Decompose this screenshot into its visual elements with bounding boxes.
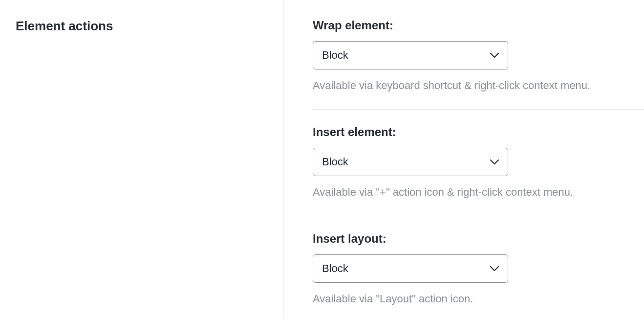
wrap-element-label: Wrap element: bbox=[313, 19, 644, 32]
insert-element-select[interactable]: Block bbox=[313, 148, 508, 176]
insert-element-helper: Available via "+" action icon & right-cl… bbox=[313, 185, 644, 200]
wrap-element-group: Wrap element: Block Available via keyboa… bbox=[313, 19, 644, 110]
insert-element-select-wrapper: Block bbox=[313, 148, 508, 176]
wrap-element-select-wrapper: Block bbox=[313, 41, 508, 69]
insert-layout-select-wrapper: Block bbox=[313, 254, 508, 283]
wrap-element-select[interactable]: Block bbox=[313, 41, 508, 69]
insert-layout-select[interactable]: Block bbox=[313, 254, 508, 283]
insert-layout-group: Insert layout: Block Available via "Layo… bbox=[313, 232, 644, 307]
settings-panel: Element actions Wrap element: Block Avai… bbox=[0, 0, 644, 319]
section-header-column: Element actions bbox=[0, 0, 283, 319]
section-content-column: Wrap element: Block Available via keyboa… bbox=[283, 0, 644, 319]
insert-layout-helper: Available via "Layout" action icon. bbox=[313, 292, 644, 307]
insert-element-label: Insert element: bbox=[313, 125, 644, 139]
section-title: Element actions bbox=[16, 19, 267, 34]
wrap-element-helper: Available via keyboard shortcut & right-… bbox=[313, 78, 644, 93]
insert-layout-label: Insert layout: bbox=[313, 232, 644, 246]
insert-element-group: Insert element: Block Available via "+" … bbox=[313, 125, 644, 216]
